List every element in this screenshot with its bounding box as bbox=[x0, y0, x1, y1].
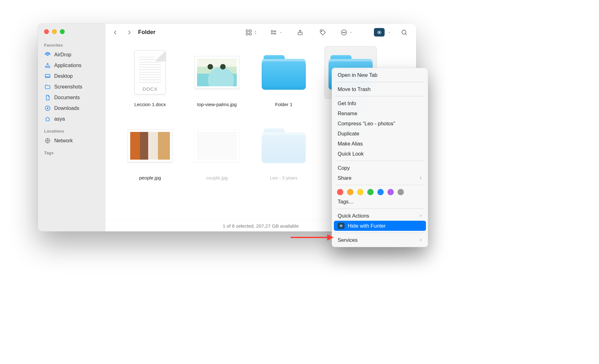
ctx-get-info[interactable]: Get Info bbox=[334, 98, 426, 108]
ctx-open-new-tab[interactable]: Open in New Tab bbox=[334, 70, 426, 80]
ctx-separator bbox=[335, 82, 425, 82]
image-thumbnail bbox=[128, 129, 172, 162]
ctx-services[interactable]: Services bbox=[334, 235, 426, 245]
svg-rect-3 bbox=[45, 74, 50, 77]
tag-color-red[interactable] bbox=[337, 189, 343, 195]
zoom-window-button[interactable] bbox=[60, 29, 65, 34]
svg-point-16 bbox=[344, 32, 344, 33]
folder-icon bbox=[44, 83, 51, 90]
sidebar-item-label: asya bbox=[54, 116, 65, 122]
sidebar-item-applications[interactable]: Applications bbox=[44, 60, 102, 71]
sidebar: Favorites AirDrop Applications bbox=[38, 24, 105, 231]
ctx-copy[interactable]: Copy bbox=[334, 163, 426, 173]
file-name: people.jpg bbox=[137, 174, 163, 181]
annotation-arrow bbox=[290, 233, 334, 242]
file-item-folder-hidden[interactable]: Leo - 3 years bbox=[260, 120, 308, 181]
sidebar-heading-favorites: Favorites bbox=[44, 43, 102, 48]
sidebar-heading-locations: Locations bbox=[44, 129, 102, 134]
sidebar-item-screenshots[interactable]: Screenshots bbox=[44, 82, 102, 92]
sidebar-item-airdrop[interactable]: AirDrop bbox=[44, 49, 102, 60]
tag-color-yellow[interactable] bbox=[357, 189, 363, 195]
ctx-separator bbox=[335, 185, 425, 185]
ctx-compress[interactable]: Compress “Leo - photos” bbox=[334, 118, 426, 128]
svg-rect-11 bbox=[271, 32, 273, 34]
sidebar-item-documents[interactable]: Documents bbox=[44, 92, 102, 103]
svg-point-13 bbox=[321, 31, 322, 31]
sidebar-item-home[interactable]: asya bbox=[44, 114, 102, 124]
sidebar-item-label: Applications bbox=[54, 63, 81, 68]
ctx-share[interactable]: Share bbox=[334, 173, 426, 183]
ctx-separator bbox=[335, 208, 425, 209]
svg-marker-22 bbox=[327, 234, 334, 241]
forward-button[interactable] bbox=[122, 27, 136, 38]
toolbar: Folder bbox=[105, 24, 416, 41]
ctx-make-alias[interactable]: Make Alias bbox=[334, 139, 426, 149]
window-title: Folder bbox=[138, 29, 155, 36]
ctx-move-to-trash[interactable]: Move to Trash bbox=[334, 84, 426, 94]
file-item-folder[interactable]: Folder 1 bbox=[260, 47, 308, 108]
svg-point-19 bbox=[402, 30, 406, 34]
sidebar-item-label: Screenshots bbox=[54, 84, 82, 90]
more-actions-button[interactable] bbox=[339, 27, 354, 38]
window-controls bbox=[38, 24, 105, 38]
sidebar-heading-tags: Tags bbox=[44, 151, 102, 155]
applications-icon bbox=[44, 62, 51, 69]
folder-icon bbox=[262, 55, 306, 90]
svg-point-1 bbox=[45, 66, 47, 68]
ctx-separator bbox=[335, 96, 425, 96]
svg-rect-8 bbox=[246, 33, 248, 35]
eye-icon bbox=[374, 28, 385, 37]
ctx-separator bbox=[335, 233, 425, 233]
sidebar-item-label: Documents bbox=[54, 95, 80, 100]
svg-rect-7 bbox=[249, 30, 251, 31]
sidebar-item-desktop[interactable]: Desktop bbox=[44, 71, 102, 82]
file-item-docx[interactable]: DOCX Leccion 1.docx bbox=[126, 47, 174, 108]
close-window-button[interactable] bbox=[44, 29, 49, 34]
home-icon bbox=[44, 116, 51, 122]
ctx-duplicate[interactable]: Duplicate bbox=[334, 128, 426, 139]
sidebar-item-label: Downloads bbox=[54, 105, 79, 111]
file-name: Leccion 1.docx bbox=[132, 101, 168, 108]
tag-color-green[interactable] bbox=[367, 189, 374, 195]
desktop-icon bbox=[44, 73, 51, 80]
tag-color-blue[interactable] bbox=[377, 189, 384, 195]
chevron-right-icon bbox=[419, 176, 422, 180]
ctx-tags[interactable]: Tags… bbox=[334, 196, 426, 207]
sidebar-item-network[interactable]: Network bbox=[44, 135, 102, 146]
chevron-right-icon bbox=[419, 238, 422, 242]
file-item-image-hidden[interactable]: couple.jpg bbox=[193, 120, 241, 181]
sidebar-item-label: AirDrop bbox=[54, 52, 71, 58]
document-icon bbox=[44, 94, 51, 101]
share-button[interactable] bbox=[294, 27, 306, 38]
svg-point-0 bbox=[47, 54, 49, 56]
image-thumbnail bbox=[195, 129, 239, 162]
svg-point-20 bbox=[341, 225, 342, 226]
minimize-window-button[interactable] bbox=[52, 29, 57, 34]
airdrop-icon bbox=[44, 51, 51, 58]
back-button[interactable] bbox=[108, 27, 122, 38]
ctx-quick-look[interactable]: Quick Look bbox=[334, 149, 426, 159]
view-mode-button[interactable] bbox=[244, 27, 259, 38]
svg-rect-10 bbox=[271, 30, 273, 31]
file-item-image[interactable]: top-view-palms.jpg bbox=[193, 47, 241, 108]
network-icon bbox=[44, 137, 51, 144]
chevron-right-icon bbox=[419, 213, 422, 218]
ctx-quick-actions[interactable]: Quick Actions bbox=[334, 211, 426, 221]
ctx-hide-with-funter[interactable]: Hide with Funter bbox=[334, 221, 426, 231]
group-by-button[interactable] bbox=[269, 27, 284, 38]
file-name: couple.jpg bbox=[204, 174, 230, 181]
search-button[interactable] bbox=[398, 27, 410, 38]
tag-color-purple[interactable] bbox=[387, 189, 394, 195]
svg-point-18 bbox=[379, 32, 380, 33]
tag-color-gray[interactable] bbox=[398, 189, 404, 195]
tags-button[interactable] bbox=[317, 27, 329, 38]
svg-rect-2 bbox=[48, 66, 49, 67]
file-name: Folder 1 bbox=[272, 101, 295, 108]
tag-color-orange[interactable] bbox=[347, 189, 353, 195]
funter-toolbar-button[interactable] bbox=[373, 27, 392, 38]
ctx-rename[interactable]: Rename bbox=[334, 108, 426, 118]
docx-icon: DOCX bbox=[134, 50, 166, 94]
file-item-image[interactable]: people.jpg bbox=[126, 120, 174, 181]
sidebar-item-downloads[interactable]: Downloads bbox=[44, 103, 102, 114]
eye-icon bbox=[338, 223, 345, 229]
